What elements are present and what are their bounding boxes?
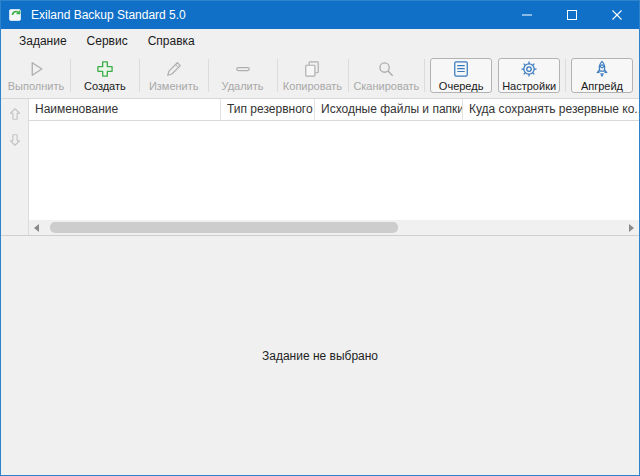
toolbar-button-label: Копировать xyxy=(283,80,342,92)
horizontal-scrollbar[interactable] xyxy=(29,220,639,235)
toolbar-separator xyxy=(277,59,278,92)
copy-icon xyxy=(302,59,322,79)
plus-icon xyxy=(95,59,115,79)
queue-icon xyxy=(451,59,471,79)
app-icon xyxy=(8,7,24,23)
toolbar-button-edit[interactable]: Изменить xyxy=(143,56,205,95)
menu-item-task[interactable]: Задание xyxy=(9,31,77,51)
toolbar-separator xyxy=(348,59,349,92)
toolbar-button-label: Сканировать xyxy=(353,80,419,92)
menu-item-service[interactable]: Сервис xyxy=(77,31,138,51)
toolbar-button-label: Настройки xyxy=(502,80,556,92)
toolbar-button-delete[interactable]: Удалить xyxy=(212,56,274,95)
minus-icon xyxy=(233,59,253,79)
toolbar-button-label: Апгрейд xyxy=(581,80,623,92)
maximize-icon[interactable] xyxy=(549,1,594,29)
task-table: НаименованиеТип резервного ...Исходные ф… xyxy=(29,99,639,235)
window-title: Exiland Backup Standard 5.0 xyxy=(31,8,186,22)
toolbar-button-label: Удалить xyxy=(222,80,264,92)
toolbar-button-create[interactable]: Создать xyxy=(74,56,136,95)
rocket-icon xyxy=(592,59,612,79)
toolbar-button-settings[interactable]: Настройки xyxy=(498,58,560,93)
toolbar-button-scan[interactable]: Сканировать xyxy=(351,56,421,95)
toolbar-separator xyxy=(208,59,209,92)
toolbar-button-run[interactable]: Выполнить xyxy=(5,56,67,95)
details-panel: Задание не выбрано xyxy=(1,236,639,475)
toolbar-separator xyxy=(70,59,71,92)
toolbar-button-label: Создать xyxy=(84,80,126,92)
scroll-right-icon[interactable] xyxy=(624,220,639,235)
close-icon[interactable] xyxy=(594,1,639,29)
table-header: НаименованиеТип резервного ...Исходные ф… xyxy=(29,99,639,121)
menu-item-help[interactable]: Справка xyxy=(138,31,205,51)
pencil-icon xyxy=(164,59,184,79)
move-up-icon[interactable] xyxy=(4,103,26,125)
toolbar-button-upgrade[interactable]: Апгрейд xyxy=(571,58,633,93)
play-icon xyxy=(26,59,46,79)
scroll-left-icon[interactable] xyxy=(29,220,44,235)
toolbar-button-label: Выполнить xyxy=(8,80,64,92)
column-header-0[interactable]: Наименование xyxy=(29,99,221,120)
toolbar: ВыполнитьСоздатьИзменитьУдалитьКопироват… xyxy=(1,53,639,99)
toolbar-button-queue[interactable]: Очередь xyxy=(430,58,492,93)
toolbar-button-copy[interactable]: Копировать xyxy=(280,56,344,95)
toolbar-separator xyxy=(139,59,140,92)
scrollbar-track[interactable] xyxy=(44,220,624,235)
titlebar: Exiland Backup Standard 5.0 xyxy=(1,1,639,29)
gear-icon xyxy=(519,59,539,79)
column-header-1[interactable]: Тип резервного ... xyxy=(221,99,315,120)
no-task-selected-text: Задание не выбрано xyxy=(262,349,378,363)
column-header-3[interactable]: Куда сохранять резервные ко... xyxy=(463,99,639,120)
minimize-icon[interactable] xyxy=(504,1,549,29)
task-list-body xyxy=(29,121,639,220)
column-header-2[interactable]: Исходные файлы и папки xyxy=(315,99,463,120)
toolbar-separator xyxy=(424,59,425,92)
reorder-strip xyxy=(1,99,29,235)
magnifier-icon xyxy=(376,59,396,79)
toolbar-button-label: Очередь xyxy=(439,80,484,92)
app-window: Exiland Backup Standard 5.0 ЗаданиеСерви… xyxy=(0,0,640,476)
toolbar-button-label: Изменить xyxy=(149,80,199,92)
menubar: ЗаданиеСервисСправка xyxy=(1,29,639,53)
scrollbar-thumb[interactable] xyxy=(50,222,398,233)
move-down-icon[interactable] xyxy=(4,129,26,151)
caption-buttons xyxy=(504,1,639,29)
toolbar-separator xyxy=(565,59,566,92)
task-list-region: НаименованиеТип резервного ...Исходные ф… xyxy=(1,99,639,236)
